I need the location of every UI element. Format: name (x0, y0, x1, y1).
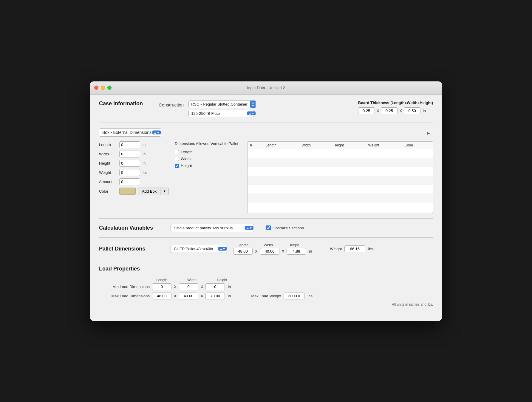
pallet-width-col-header: Width (259, 243, 278, 247)
arrow-right-icon[interactable]: ▶ (427, 131, 430, 135)
table-row (248, 194, 433, 202)
amount-field-row: Amount (99, 178, 169, 185)
add-box-label[interactable]: Add Box (138, 188, 160, 195)
pallet-select[interactable]: CHEP Pallet 48inx40in (171, 245, 227, 253)
height-input[interactable] (119, 160, 140, 167)
width-unit: in (143, 152, 146, 156)
weight-unit: lbs (143, 170, 148, 175)
dimensions-allowed-section: Dimensions Allowed Vertical to Pallet Le… (175, 141, 238, 213)
thickness-unit: in (423, 109, 426, 113)
box-type-select-wrapper: Box - External Dimensions ▲▼ (99, 128, 161, 137)
min-load-height-input[interactable] (205, 283, 225, 290)
amount-input[interactable] (119, 178, 140, 185)
close-button[interactable] (94, 86, 98, 90)
optimize-sections-checkbox[interactable] (266, 225, 271, 230)
width-checkbox-row: Width (175, 157, 238, 161)
table-row (248, 167, 433, 176)
calc-method-select[interactable]: Single product pallets. Mix surplus (171, 224, 254, 232)
width-field-row: Width in (99, 151, 169, 157)
pallet-dimensions-section: Pallet Dimensions CHEP Pallet 48inx40in … (99, 243, 433, 260)
width-checkbox[interactable] (175, 157, 179, 161)
width-input[interactable] (119, 151, 140, 157)
traffic-lights (94, 86, 112, 90)
pallet-height-col-header: Height (284, 243, 303, 247)
pallet-dimensions-label: Pallet Dimensions (99, 246, 165, 252)
pallet-weight-label: Weight (330, 247, 342, 251)
load-length-col-header: Length (152, 278, 171, 282)
length-input[interactable] (119, 141, 140, 148)
table: n Length Width Height Weight Code (248, 142, 433, 203)
calculation-variables-section: Calculation Variables Single product pal… (99, 224, 433, 238)
box-dimensions-section: Box - External Dimensions ▲▼ ▶ Length (99, 128, 433, 219)
color-field-row: Color Add Box ▼ (99, 188, 169, 195)
amount-label: Amount (99, 180, 117, 184)
thickness-height-input[interactable] (404, 107, 420, 114)
width-label: Width (99, 152, 117, 156)
max-load-unit: in (228, 294, 231, 298)
box-fields: Length in Width in Height in (99, 141, 169, 213)
color-label: Color (99, 189, 117, 194)
maximize-button[interactable] (107, 86, 112, 90)
construction-select[interactable]: RSC - Regular Slotted Container (188, 101, 256, 108)
window-title: Input Data - Untitled 2 (247, 86, 285, 90)
case-information-label: Case Information (99, 101, 159, 107)
table-row (248, 176, 433, 185)
length-checkbox-row: Length (175, 150, 238, 154)
table-col-code: Code (402, 142, 433, 149)
content-area: Case Information Construction RSC - Regu… (90, 95, 442, 321)
load-width-col-header: Width (182, 278, 202, 282)
color-swatch[interactable] (119, 188, 136, 195)
add-box-dropdown-arrow[interactable]: ▼ (160, 188, 168, 194)
pallet-width-input[interactable] (260, 248, 279, 255)
max-x2: X (201, 294, 203, 298)
footnote: All units in inches and lbs. (99, 302, 433, 307)
pallet-height-input[interactable] (287, 248, 306, 255)
pallet-length-col-header: Length (233, 243, 253, 247)
weight-field-row: Weight lbs (99, 169, 169, 176)
pallet-weight-input[interactable] (344, 245, 365, 252)
x-separator-1: X (377, 109, 379, 113)
length-label: Length (99, 143, 117, 147)
length-unit: in (143, 143, 146, 147)
minimize-button[interactable] (101, 86, 105, 90)
pallet-length-input[interactable] (233, 248, 253, 255)
max-load-height-input[interactable] (205, 293, 225, 299)
min-load-width-input[interactable] (179, 283, 198, 290)
min-load-length-input[interactable] (152, 283, 171, 290)
max-weight-input[interactable] (284, 293, 304, 299)
min-load-unit: in (228, 285, 231, 289)
table-row (248, 149, 433, 158)
construction-label: Construction (159, 101, 184, 107)
min-load-label: Min Load Dimensions (99, 285, 150, 289)
box-header-row: Box - External Dimensions ▲▼ ▶ (99, 128, 433, 137)
max-load-length-input[interactable] (152, 293, 171, 299)
box-type-select[interactable]: Box - External Dimensions (99, 128, 161, 137)
optimize-sections-row: Optimize Sections (266, 225, 304, 230)
height-field-row: Height in (99, 160, 169, 167)
flute-select[interactable]: 125-250#B Flute (188, 110, 254, 117)
thickness-length-input[interactable] (358, 107, 375, 114)
table-col-width: Width (299, 142, 331, 149)
thickness-inputs: X X in (358, 107, 433, 114)
add-box-button[interactable]: Add Box ▼ (138, 188, 169, 195)
height-checkbox-row: Height (175, 163, 238, 168)
case-information-section: Case Information Construction RSC - Regu… (99, 101, 433, 123)
length-field-row: Length in (99, 141, 169, 148)
length-checkbox[interactable] (175, 150, 179, 154)
height-checkbox[interactable] (175, 164, 179, 168)
table-col-length: Length (263, 142, 299, 149)
pallet-weight-unit: lbs (368, 247, 373, 251)
thickness-width-input[interactable] (381, 107, 398, 114)
max-weight-unit: lbs (307, 294, 313, 298)
dimensions-table: n Length Width Height Weight Code (247, 141, 433, 213)
flute-select-wrapper: 125-250#B Flute ▲▼ (188, 110, 256, 117)
box-dropdown-wrapper: Box - External Dimensions ▲▼ (99, 128, 161, 137)
calculation-variables-label: Calculation Variables (99, 225, 165, 231)
table-row (248, 185, 433, 194)
pallet-x2: X (282, 249, 284, 253)
x-separator-2: X (399, 109, 402, 113)
weight-input[interactable] (119, 169, 140, 176)
main-window: Input Data - Untitled 2 Case Information… (90, 81, 442, 321)
max-load-width-input[interactable] (179, 293, 198, 299)
height-label: Height (99, 161, 117, 166)
